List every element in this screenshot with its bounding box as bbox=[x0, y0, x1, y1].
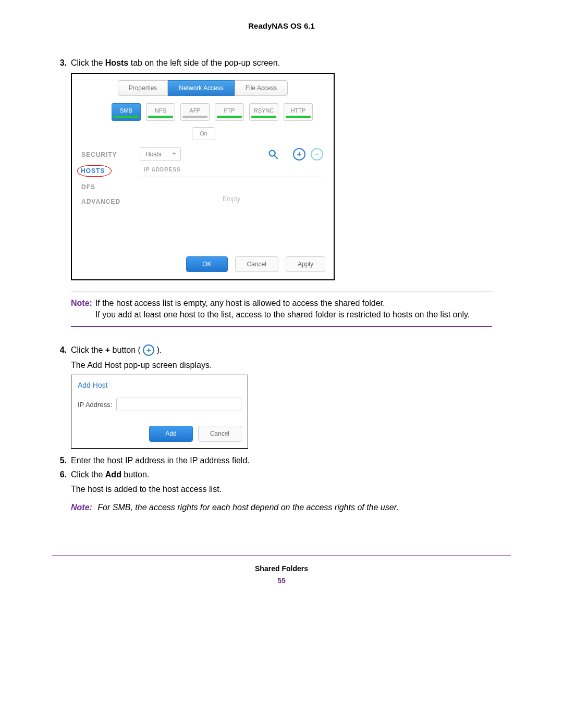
footer-rule bbox=[52, 555, 511, 556]
step-4: 4. Click the + button ( + ). bbox=[52, 344, 511, 356]
protocol-ftp[interactable]: FTP bbox=[215, 103, 244, 121]
step-4-sub: The Add Host pop-up screen displays. bbox=[71, 360, 511, 371]
step-6-text: Click the Add button. bbox=[71, 469, 511, 480]
step-3-num: 3. bbox=[52, 57, 67, 69]
step-6-bold: Add bbox=[105, 470, 121, 479]
protocol-nfs[interactable]: NFS bbox=[146, 103, 175, 121]
protocol-rsync-label: RSYNC bbox=[250, 107, 278, 115]
ip-address-input[interactable] bbox=[116, 398, 241, 411]
hosts-highlight-circle: HOSTS bbox=[77, 165, 112, 177]
add-host-cancel-button[interactable]: Cancel bbox=[198, 426, 241, 441]
remove-host-icon[interactable]: − bbox=[311, 148, 323, 161]
protocol-afp-label: AFP bbox=[181, 107, 209, 115]
protocol-http-label: HTTP bbox=[284, 107, 312, 115]
ip-address-label: IP Address: bbox=[78, 400, 112, 410]
step-4-suffix: ). bbox=[154, 346, 162, 354]
step-4-bold: + bbox=[105, 346, 110, 354]
doc-header: ReadyNAS OS 6.1 bbox=[52, 21, 511, 31]
protocol-afp[interactable]: AFP bbox=[180, 103, 210, 121]
step-6-sub: The host is added to the host access lis… bbox=[71, 484, 511, 495]
step-4-mid: button ( bbox=[110, 346, 143, 354]
step-5-text: Enter the host IP address in the IP addr… bbox=[71, 455, 511, 466]
step-3: 3. Click the Hosts tab on the left side … bbox=[52, 57, 511, 69]
protocol-smb[interactable]: SMB bbox=[112, 103, 141, 121]
add-button[interactable]: Add bbox=[149, 426, 192, 441]
ok-button[interactable]: OK bbox=[186, 256, 227, 272]
step-3-prefix: Click the bbox=[71, 58, 105, 67]
on-toggle[interactable]: On bbox=[192, 127, 215, 140]
note-divider-top bbox=[71, 291, 492, 291]
note-label: Note: bbox=[71, 298, 92, 320]
sidebar-item-dfs[interactable]: DFS bbox=[81, 180, 140, 194]
sidebar-item-security[interactable]: SECURITY bbox=[81, 147, 140, 162]
step-4-num: 4. bbox=[52, 344, 67, 356]
note-2-label: Note: bbox=[71, 503, 92, 512]
tab-properties[interactable]: Properties bbox=[118, 80, 168, 96]
plus-icon: + bbox=[143, 344, 154, 356]
sidebar-item-hosts-label: HOSTS bbox=[81, 167, 105, 175]
ip-address-column-header: IP ADDRESS bbox=[140, 161, 323, 177]
search-icon[interactable] bbox=[267, 148, 279, 161]
step-4-text: Click the + button ( + ). bbox=[71, 344, 511, 356]
step-6-prefix: Click the bbox=[71, 470, 105, 479]
sidebar-item-hosts[interactable]: HOSTS bbox=[81, 162, 140, 180]
step-3-text: Click the Hosts tab on the left side of … bbox=[71, 57, 511, 69]
apply-button[interactable]: Apply bbox=[286, 256, 325, 272]
step-4-prefix: Click the bbox=[71, 346, 105, 354]
note-2-text: For SMB, the access rights for each host… bbox=[97, 503, 398, 512]
step-6-num: 6. bbox=[52, 469, 67, 480]
tab-network-access[interactable]: Network Access bbox=[168, 80, 234, 96]
cancel-button[interactable]: Cancel bbox=[235, 256, 278, 272]
protocol-ftp-label: FTP bbox=[215, 107, 243, 115]
empty-list-text: Empty bbox=[140, 177, 323, 250]
svg-line-1 bbox=[275, 156, 278, 159]
note-divider-bottom bbox=[71, 326, 492, 327]
note-1-line1: If the host access list is empty, any ho… bbox=[95, 298, 492, 309]
note-1: Note: If the host access list is empty, … bbox=[71, 298, 492, 320]
footer-section: Shared Folders bbox=[52, 564, 511, 574]
step-3-suffix: tab on the left side of the pop-up scree… bbox=[128, 58, 280, 67]
page-number: 55 bbox=[52, 576, 511, 586]
page-footer: Shared Folders 55 bbox=[52, 564, 511, 586]
hosts-dropdown[interactable]: Hosts bbox=[140, 147, 181, 161]
tab-file-access[interactable]: File Access bbox=[235, 80, 288, 96]
protocol-smb-label: SMB bbox=[112, 107, 140, 115]
sidebar-item-advanced[interactable]: ADVANCED bbox=[81, 194, 140, 209]
note-1-line2: If you add at least one host to the list… bbox=[95, 309, 492, 320]
add-host-title: Add Host bbox=[78, 380, 241, 390]
protocol-http[interactable]: HTTP bbox=[284, 103, 313, 121]
step-3-bold: Hosts bbox=[105, 58, 128, 67]
hosts-popup-screenshot: Properties Network Access File Access SM… bbox=[71, 73, 335, 280]
note-2: Note: For SMB, the access rights for eac… bbox=[71, 502, 436, 513]
add-host-dialog: Add Host IP Address: Add Cancel bbox=[71, 375, 248, 448]
step-5-num: 5. bbox=[52, 455, 67, 466]
protocol-rsync[interactable]: RSYNC bbox=[249, 103, 278, 121]
step-5: 5. Enter the host IP address in the IP a… bbox=[52, 455, 511, 466]
step-6-suffix: button. bbox=[121, 470, 149, 479]
add-host-icon[interactable]: + bbox=[293, 148, 305, 161]
step-6: 6. Click the Add button. bbox=[52, 469, 511, 480]
sidebar: SECURITY HOSTS DFS ADVANCED bbox=[72, 147, 140, 250]
protocol-nfs-label: NFS bbox=[146, 107, 175, 115]
